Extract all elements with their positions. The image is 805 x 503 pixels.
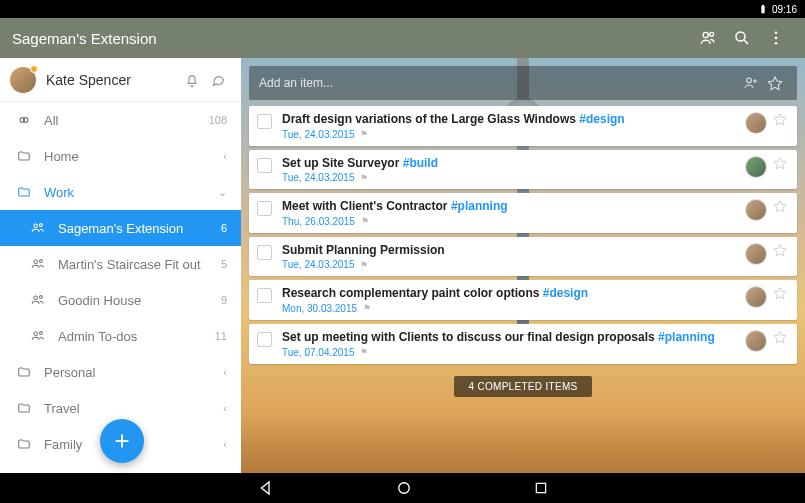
assignee-avatar[interactable]: [745, 243, 767, 265]
svg-rect-29: [536, 483, 545, 492]
star-icon[interactable]: [771, 156, 789, 170]
sidebar-item-label: Personal: [44, 365, 223, 380]
sidebar-item-label: Work: [44, 185, 218, 200]
people-icon: [28, 221, 48, 235]
task-date: Tue, 07.04.2015⚑: [282, 347, 737, 358]
sidebar-item-meta: ⌄: [218, 186, 227, 199]
assignee-avatar[interactable]: [745, 330, 767, 352]
star-icon[interactable]: [763, 71, 787, 95]
svg-marker-24: [774, 245, 786, 256]
sidebar-item-label: Sageman's Extension: [58, 221, 221, 236]
sidebar-item-label: Home: [44, 149, 223, 164]
svg-point-14: [39, 332, 42, 335]
assignee-avatar[interactable]: [745, 112, 767, 134]
sidebar-item-all[interactable]: All108: [0, 102, 241, 138]
sidebar-item-personal[interactable]: Personal‹: [0, 354, 241, 390]
completed-items-button[interactable]: 4 COMPLETED ITEMS: [454, 376, 591, 397]
svg-point-13: [34, 332, 38, 336]
svg-marker-23: [774, 201, 786, 212]
add-item-input[interactable]: [259, 76, 739, 90]
sidebar-item-label: Travel: [44, 401, 223, 416]
folder-icon: [14, 149, 34, 163]
share-people-icon[interactable]: [691, 21, 725, 55]
svg-point-12: [39, 296, 42, 299]
sidebar-item-work[interactable]: Work⌄: [0, 174, 241, 210]
sidebar-item-label: Admin To-dos: [58, 329, 215, 344]
svg-marker-25: [774, 288, 786, 299]
sidebar: Kate Spencer All108Home‹Work⌄Sageman's E…: [0, 58, 241, 473]
chat-icon[interactable]: [205, 67, 231, 93]
people-icon: [28, 329, 48, 343]
assignee-avatar[interactable]: [745, 199, 767, 221]
svg-point-9: [34, 260, 38, 264]
task-checkbox[interactable]: [257, 114, 272, 129]
sidebar-item-meta: 11: [215, 330, 227, 342]
task-title: Draft design variations of the Large Gla…: [282, 112, 737, 128]
sidebar-item-sageman-s-extension[interactable]: Sageman's Extension6: [0, 210, 241, 246]
sidebar-item-label: All: [44, 113, 209, 128]
svg-line-3: [744, 40, 748, 44]
task-checkbox[interactable]: [257, 332, 272, 347]
svg-point-7: [34, 224, 38, 228]
status-bar: 09:16: [0, 0, 805, 18]
task-title: Meet with Client's Contractor #planning: [282, 199, 737, 215]
folder-icon: [14, 437, 34, 451]
home-button[interactable]: [395, 479, 413, 497]
infinity-icon: [14, 112, 34, 128]
task-row[interactable]: Research complementary paint color optio…: [249, 280, 797, 320]
user-name: Kate Spencer: [46, 72, 179, 88]
sidebar-item-home[interactable]: Home‹: [0, 138, 241, 174]
svg-point-5: [775, 37, 778, 40]
task-row[interactable]: Set up Site Surveyor #buildTue, 24.03.20…: [249, 150, 797, 190]
star-icon[interactable]: [771, 199, 789, 213]
task-checkbox[interactable]: [257, 288, 272, 303]
svg-point-10: [39, 260, 42, 263]
task-checkbox[interactable]: [257, 245, 272, 260]
people-icon: [28, 257, 48, 271]
star-icon[interactable]: [771, 243, 789, 257]
task-row[interactable]: Submit Planning PermissionTue, 24.03.201…: [249, 237, 797, 277]
task-date: Tue, 24.03.2015⚑: [282, 172, 737, 183]
star-icon[interactable]: [771, 286, 789, 300]
task-checkbox[interactable]: [257, 158, 272, 173]
assignee-avatar[interactable]: [745, 156, 767, 178]
svg-point-8: [39, 224, 42, 227]
sidebar-item-meta: 108: [209, 114, 227, 126]
svg-marker-27: [261, 482, 269, 494]
add-fab[interactable]: [100, 419, 144, 463]
sidebar-item-meta: ‹: [223, 150, 227, 162]
status-time: 09:16: [772, 4, 797, 15]
star-icon[interactable]: [771, 330, 789, 344]
app-bar: Sageman's Extension: [0, 18, 805, 58]
sidebar-item-meta: 6: [221, 222, 227, 234]
sidebar-item-admin-to-dos[interactable]: Admin To-dos11: [0, 318, 241, 354]
task-checkbox[interactable]: [257, 201, 272, 216]
bell-icon[interactable]: [179, 67, 205, 93]
sidebar-item-goodin-house[interactable]: Goodin House9: [0, 282, 241, 318]
task-date: Tue, 24.03.2015⚑: [282, 129, 737, 140]
sidebar-item-meta: ‹: [223, 438, 227, 450]
folder-icon: [14, 401, 34, 415]
folder-icon: [14, 185, 34, 199]
svg-marker-21: [774, 114, 786, 125]
task-row[interactable]: Meet with Client's Contractor #planningT…: [249, 193, 797, 233]
avatar[interactable]: [10, 67, 36, 93]
user-row: Kate Spencer: [0, 58, 241, 102]
task-row[interactable]: Draft design variations of the Large Gla…: [249, 106, 797, 146]
svg-marker-26: [774, 332, 786, 343]
back-button[interactable]: [257, 479, 275, 497]
assignee-avatar[interactable]: [745, 286, 767, 308]
sidebar-item-martin-s-staircase-fit-out[interactable]: Martin's Staircase Fit out5: [0, 246, 241, 282]
star-icon[interactable]: [771, 112, 789, 126]
sidebar-item-meta: ‹: [223, 402, 227, 414]
task-title: Set up Site Surveyor #build: [282, 156, 737, 172]
overflow-menu-icon[interactable]: [759, 21, 793, 55]
sidebar-item-meta: 5: [221, 258, 227, 270]
task-row[interactable]: Set up meeting with Clients to discuss o…: [249, 324, 797, 364]
svg-point-17: [747, 78, 752, 83]
svg-point-28: [398, 483, 409, 494]
add-item-bar: [249, 66, 797, 100]
search-icon[interactable]: [725, 21, 759, 55]
assign-icon[interactable]: [739, 71, 763, 95]
recents-button[interactable]: [533, 480, 549, 496]
